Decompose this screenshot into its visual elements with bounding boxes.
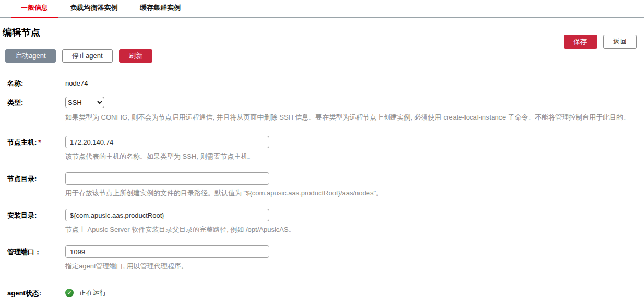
node-host-help-text: 该节点代表的主机的名称。如果类型为 SSH, 则需要节点主机。 (65, 152, 644, 161)
node-host-label-text: 节点主机: (7, 138, 37, 146)
agent-status-text: 正在运行 (79, 288, 106, 298)
node-dir-label: 节点目录: (7, 172, 65, 183)
agent-toolbar: 启动agent 停止agent 刷新 (0, 49, 644, 63)
check-circle-icon: ✓ (65, 289, 74, 297)
form-row-node-dir: 节点目录: 用于存放该节点上所创建实例的文件的目录路径。默认值为 "${com.… (7, 172, 644, 197)
agent-status-value: ✓ 正在运行 (65, 287, 644, 298)
edit-node-form: 名称: node74 类型: SSH 如果类型为 CONFIG, 则不会为节点启… (0, 63, 644, 298)
form-row-name: 名称: node74 (7, 77, 644, 88)
install-dir-input[interactable] (65, 209, 269, 221)
form-row-install-dir: 安装目录: 节点上 Apusic Server 软件安装目录父目录的完整路径, … (7, 209, 644, 234)
tab-general-info[interactable]: 一般信息 (11, 0, 58, 17)
form-row-admin-port: 管理端口： 指定agent管理端口, 用以管理代理程序。 (7, 245, 644, 270)
save-button[interactable]: 保存 (564, 35, 597, 49)
install-dir-label: 安装目录: (7, 209, 65, 220)
admin-port-input[interactable] (65, 245, 269, 258)
name-value: node74 (65, 77, 88, 87)
header-actions: 保存 返回 (559, 35, 637, 49)
type-select[interactable]: SSH (65, 97, 104, 108)
admin-port-help-text: 指定agent管理端口, 用以管理代理程序。 (65, 262, 644, 270)
type-help-text: 如果类型为 CONFIG, 则不会为节点启用远程通信, 并且将从页面中删除 SS… (65, 113, 644, 122)
tab-bar: 一般信息 负载均衡器实例 缓存集群实例 (0, 0, 644, 18)
refresh-button[interactable]: 刷新 (119, 49, 152, 63)
type-label: 类型: (7, 96, 65, 107)
form-row-type: 类型: SSH 如果类型为 CONFIG, 则不会为节点启用远程通信, 并且将从… (7, 96, 644, 122)
required-asterisk: * (38, 138, 41, 146)
node-host-input[interactable] (65, 136, 269, 148)
agent-status-label: agent状态: (7, 287, 65, 298)
page-title: 编辑节点 (3, 26, 40, 39)
form-row-agent-status: agent状态: ✓ 正在运行 (7, 287, 644, 298)
stop-agent-button[interactable]: 停止agent (62, 49, 113, 63)
tab-cache-cluster-instances[interactable]: 缓存集群实例 (130, 0, 190, 17)
tab-load-balancer-instances[interactable]: 负载均衡器实例 (60, 0, 127, 17)
admin-port-label: 管理端口： (7, 245, 65, 256)
form-row-node-host: 节点主机:* 该节点代表的主机的名称。如果类型为 SSH, 则需要节点主机。 (7, 136, 644, 161)
start-agent-button[interactable]: 启动agent (5, 49, 56, 63)
back-button[interactable]: 返回 (603, 35, 637, 49)
node-dir-input[interactable] (65, 172, 269, 185)
node-host-label: 节点主机:* (7, 136, 65, 147)
install-dir-help-text: 节点上 Apusic Server 软件安装目录父目录的完整路径, 例如 /op… (65, 225, 644, 234)
page-header: 编辑节点 保存 返回 (0, 18, 644, 49)
node-dir-help-text: 用于存放该节点上所创建实例的文件的目录路径。默认值为 "${com.apusic… (65, 188, 644, 197)
name-label: 名称: (7, 77, 65, 88)
